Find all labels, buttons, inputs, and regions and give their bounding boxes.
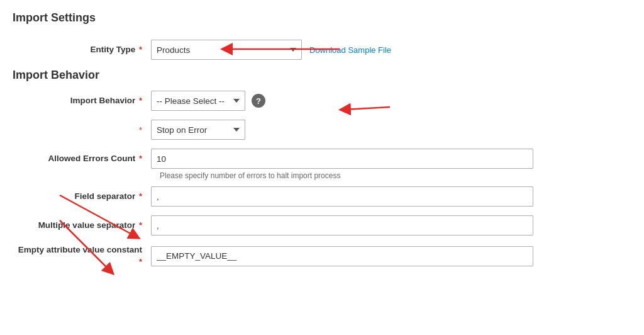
page-container: Import Settings Entity Type * Products D… [0, 0, 644, 335]
multiple-value-separator-label: Multiple value separator * [13, 220, 151, 232]
multiple-value-separator-input[interactable] [151, 215, 533, 236]
field-separator-row: Field separator * [13, 186, 625, 207]
allowed-errors-row: Allowed Errors Count * [13, 149, 625, 169]
import-behavior-row: Import Behavior * -- Please Select -- Ad… [13, 91, 625, 111]
allowed-errors-required: * [139, 154, 142, 163]
empty-attribute-required: * [139, 257, 142, 266]
import-behavior-title: Import Behavior [13, 69, 625, 82]
field-separator-input[interactable] [151, 186, 533, 207]
entity-type-row: Entity Type * Products Download Sample F… [13, 40, 625, 60]
page-wrapper: Import Settings Entity Type * Products D… [0, 0, 644, 290]
field-separator-required: * [139, 191, 142, 201]
import-settings-section: Import Settings Entity Type * Products D… [13, 11, 625, 60]
empty-attribute-input[interactable] [151, 246, 533, 266]
entity-type-select[interactable]: Products [151, 40, 302, 60]
import-settings-title: Import Settings [13, 11, 625, 28]
field-separator-label: Field separator * [13, 191, 151, 203]
multiple-value-separator-row: Multiple value separator * [13, 215, 625, 236]
multiple-value-separator-required: * [139, 220, 142, 230]
import-behavior-section: Import Behavior Import Behavior * -- Ple… [13, 69, 625, 268]
allowed-errors-hint: Please specify number of errors to halt … [160, 171, 625, 180]
import-behavior-required: * [139, 96, 142, 105]
import-behavior-select[interactable]: -- Please Select -- Add/Update Replace D… [151, 91, 245, 111]
help-icon[interactable]: ? [252, 94, 265, 108]
empty-attribute-row: Empty attribute value constant * [13, 244, 625, 268]
entity-type-required: * [139, 45, 142, 54]
empty-attribute-label: Empty attribute value constant * [13, 244, 151, 268]
stop-on-error-required: * [139, 125, 142, 135]
import-behavior-label: Import Behavior * [13, 95, 151, 107]
stop-on-error-select[interactable]: Stop on Error Skip Errors [151, 120, 245, 140]
allowed-errors-label: Allowed Errors Count * [13, 153, 151, 165]
download-sample-file-link[interactable]: Download Sample File [309, 45, 391, 55]
entity-type-label: Entity Type * [13, 44, 151, 56]
stop-on-error-row: * Stop on Error Skip Errors [13, 120, 625, 140]
allowed-errors-input[interactable] [151, 149, 533, 169]
